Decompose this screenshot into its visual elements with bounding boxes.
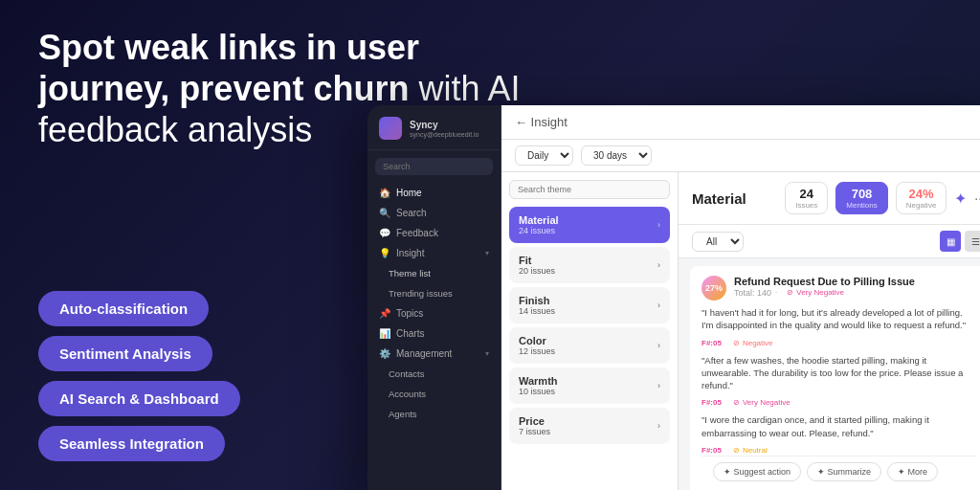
feedback-card-0-header: 27% Refund Request Due to Pilling Issue … [702,276,976,301]
sidebar: Syncy syncy@deepblueedit.io 🏠 Home 🔍 Sea… [368,105,501,490]
material-header: Material 24 Issues 708 Mentions 24% Nega [679,172,980,225]
theme-chevron-2: › [657,301,660,310]
theme-fit[interactable]: Fit 20 issues › [509,247,670,283]
sidebar-item-home[interactable]: 🏠 Home [368,183,501,203]
stat-negative: 24% Negative [896,182,947,214]
more-button[interactable]: ✦ More [887,462,938,481]
theme-panel: Material 24 issues › Fit 20 issues › Fin… [501,172,679,490]
filter-row: Daily 30 days [501,140,980,172]
brand-info: Syncy syncy@deepblueedit.io [410,120,479,138]
theme-chevron-4: › [657,381,660,390]
more-options-icon[interactable]: ··· [974,190,980,206]
brand-avatar [379,117,402,140]
all-filter[interactable]: All [692,232,744,252]
stat-mentions-lbl: Mentions [846,201,877,210]
dashboard-mockup: Syncy syncy@deepblueedit.io 🏠 Home 🔍 Sea… [368,105,980,490]
sentiment-0: ⊘ Very Negative [781,287,850,298]
daily-filter[interactable]: Daily [515,145,573,166]
stat-mentions-val: 708 [846,187,877,201]
brand-name: Syncy [410,120,479,131]
sentiment-0-3: ⊘ Very Negative [727,397,796,408]
hero-title-bold: Spot weak links in user journey, prevent… [38,28,419,108]
suggest-action-button[interactable]: ✦ Suggest action [713,462,801,481]
pill-auto-classification[interactable]: Auto-classification [38,291,209,326]
insight-header: ← Insight [501,105,980,140]
stat-issues: 24 Issues [785,182,828,214]
theme-chevron-0: › [657,220,660,230]
view-toggle: ▦ ☰ [940,231,980,252]
stat-mentions: 708 Mentions [835,182,887,214]
theme-finish[interactable]: Finish 14 issues › [509,287,670,323]
feedback-text-0-1: "I haven't had it for long, but it's alr… [702,306,976,332]
feedback-total-0: Total: 140 [734,288,771,298]
stat-issues-lbl: Issues [795,201,817,210]
sidebar-item-theme-list[interactable]: Theme list [368,263,501,283]
feedback-panel: Material 24 Issues 708 Mentions 24% Nega [679,172,980,490]
feature-pills: Auto-classification Sentiment Analysis A… [38,291,240,461]
theme-chevron-3: › [657,341,660,350]
theme-material[interactable]: Material 24 issues › [509,207,670,243]
body-split: Material 24 issues › Fit 20 issues › Fin… [501,172,980,490]
feedback-info-0: Refund Request Due to Pilling Issue Tota… [734,276,976,298]
stats-row: 24 Issues 708 Mentions 24% Negative ✦ ··… [785,182,980,214]
summarize-button[interactable]: ✦ Summarize [807,462,881,481]
sparkle-icon[interactable]: ✦ [954,189,967,208]
feedback-avatar-0: 27% [702,276,726,301]
stat-negative-val: 24% [906,187,937,201]
sidebar-item-contacts[interactable]: Contacts [368,364,501,384]
list-view-button[interactable]: ☰ [965,231,980,252]
filter-row2: All ▦ ☰ [679,225,980,258]
main-content: ← Insight Daily 30 days Material 24 issu… [501,105,980,490]
sidebar-item-feedback[interactable]: 💬 Feedback [368,223,501,243]
feedback-text-0-2: "After a few washes, the hoodie started … [702,354,976,392]
theme-search-input[interactable] [509,180,670,199]
sidebar-item-management[interactable]: ⚙️ Management▾ [368,344,501,364]
theme-price[interactable]: Price 7 issues › [509,408,670,444]
feedback-card-0: 27% Refund Request Due to Pilling Issue … [690,266,980,490]
theme-color[interactable]: Color 12 issues › [509,327,670,364]
sidebar-item-insight[interactable]: 💡 Insight▾ [368,243,501,263]
pill-ai-search[interactable]: AI Search & Dashboard [38,381,240,416]
sidebar-item-search[interactable]: 🔍 Search [368,203,501,223]
sidebar-item-charts[interactable]: 📊 Charts [368,323,501,344]
sidebar-header: Syncy syncy@deepblueedit.io [368,117,501,150]
feedback-list: 27% Refund Request Due to Pilling Issue … [679,258,980,490]
sentiment-0-2: ⊘ Negative [727,338,779,348]
feedback-meta-0: Total: 140 · ⊘ Very Negative [734,287,976,298]
theme-chevron-1: › [657,260,660,270]
sidebar-item-agents[interactable]: Agents [368,404,501,424]
feedback-date-0-1: F#:05 [702,339,722,347]
mgmt-chevron: ▾ [485,349,489,358]
sidebar-item-topics[interactable]: 📌 Topics [368,303,501,323]
theme-warmth[interactable]: Warmth 10 issues › [509,368,670,404]
stat-issues-val: 24 [795,187,817,201]
days-filter[interactable]: 30 days [581,145,652,166]
stat-negative-lbl: Negative [906,201,937,210]
material-title: Material [692,190,746,207]
feedback-date-0-2: F#:05 [702,398,722,407]
feedback-text-0-3: "I wore the cardigan once, and it starte… [702,413,976,439]
feedback-date-0-3: F#:05 [702,446,722,455]
action-row: ✦ Suggest action ✦ Summarize ✦ More [702,456,976,487]
pill-sentiment[interactable]: Sentiment Analysis [38,336,212,371]
theme-chevron-5: › [657,421,660,431]
grid-view-button[interactable]: ▦ [940,231,961,252]
pill-integration[interactable]: Seamless Integration [38,426,225,461]
sidebar-item-accounts[interactable]: Accounts [368,384,501,404]
sentiment-0-4: ⊘ Neutral [727,445,773,456]
insight-chevron: ▾ [485,249,489,257]
sidebar-item-trending[interactable]: Trending issues [368,283,501,303]
sidebar-search-input[interactable] [375,158,493,175]
back-button[interactable]: ← Insight [515,115,568,129]
feedback-title-0: Refund Request Due to Pilling Issue [734,276,976,287]
brand-email: syncy@deepblueedit.io [410,131,479,138]
